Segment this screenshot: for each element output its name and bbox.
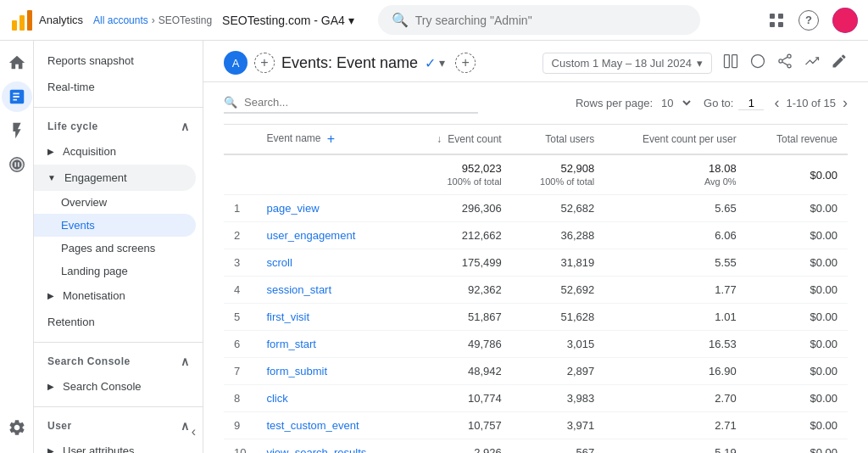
help-icon[interactable]: ? bbox=[798, 10, 819, 31]
table-row: 8 click 10,774 3,983 2.70 $0.00 bbox=[224, 385, 848, 412]
share-icon[interactable] bbox=[776, 53, 793, 74]
row-total-revenue: $0.00 bbox=[747, 358, 848, 385]
table-search-input[interactable] bbox=[244, 96, 478, 109]
add-column-button[interactable]: + bbox=[324, 131, 338, 147]
row-total-revenue: $0.00 bbox=[747, 385, 848, 412]
col-event-count-per-user: Event count per user bbox=[604, 125, 746, 154]
sidebar-item-monetisation[interactable]: ▶ Monetisation bbox=[34, 282, 196, 309]
collapse-sidebar-icon: ‹ bbox=[192, 424, 196, 439]
global-search[interactable]: 🔍 bbox=[378, 5, 700, 35]
sidebar-item-engagement[interactable]: ▼ Engagement bbox=[34, 165, 196, 191]
lifecycle-collapse-icon[interactable]: ∧ bbox=[181, 120, 190, 133]
summary-event-count-per-user: 18.08 Avg 0% bbox=[604, 154, 746, 195]
summary-name bbox=[256, 154, 405, 195]
reports-icon[interactable] bbox=[2, 81, 32, 112]
topbar: Analytics All accounts › SEOTesting SEOT… bbox=[0, 0, 868, 41]
svg-line-15 bbox=[782, 62, 787, 64]
row-event-name: session_start bbox=[256, 277, 405, 304]
search-input[interactable] bbox=[415, 14, 687, 27]
event-name-link[interactable]: click bbox=[266, 392, 287, 405]
row-num: 2 bbox=[224, 222, 256, 249]
row-total-users: 36,288 bbox=[512, 222, 605, 249]
date-range-picker[interactable]: Custom 1 May – 18 Jul 2024 ▾ bbox=[542, 53, 712, 74]
insights-icon[interactable] bbox=[749, 53, 766, 74]
svg-rect-4 bbox=[778, 14, 783, 19]
search-console-label: Search Console bbox=[63, 380, 142, 393]
table-row: 10 view_search_results 2,926 567 5.19 $0… bbox=[224, 439, 848, 454]
row-event-count: 51,867 bbox=[406, 304, 512, 331]
event-name-link[interactable]: form_submit bbox=[266, 365, 327, 378]
rows-per-page-label: Rows per page: bbox=[576, 97, 653, 109]
add-comparison-button[interactable]: + bbox=[254, 53, 275, 73]
table-row: 7 form_submit 48,942 2,897 16.90 $0.00 bbox=[224, 358, 848, 385]
row-event-name: form_start bbox=[256, 331, 405, 358]
search-console-collapse-icon[interactable]: ∧ bbox=[181, 355, 190, 368]
prev-page-button[interactable]: ‹ bbox=[774, 94, 779, 112]
lifecycle-section[interactable]: Life cycle ∧ bbox=[34, 115, 203, 138]
table-row: 1 page_view 296,306 52,682 5.65 $0.00 bbox=[224, 195, 848, 222]
event-name-link[interactable]: user_engagement bbox=[266, 229, 355, 242]
grid-icon[interactable] bbox=[768, 12, 785, 29]
next-page-button[interactable]: › bbox=[843, 94, 848, 112]
sidebar-item-reports-snapshot[interactable]: Reports snapshot bbox=[34, 48, 196, 74]
svg-point-13 bbox=[787, 64, 791, 67]
home-icon[interactable] bbox=[2, 48, 32, 78]
report-status-badge[interactable]: ✓ ▾ bbox=[425, 55, 445, 71]
svg-rect-1 bbox=[19, 15, 25, 31]
sidebar-item-landing-page[interactable]: Landing page bbox=[34, 260, 196, 282]
date-range-text: Custom 1 May – 18 Jul 2024 bbox=[552, 57, 692, 70]
explore-icon[interactable] bbox=[2, 115, 32, 146]
event-name-link[interactable]: session_start bbox=[266, 283, 331, 296]
sidebar-collapse-btn[interactable]: ‹ bbox=[185, 417, 203, 446]
sidebar-item-acquisition[interactable]: ▶ Acquisition bbox=[34, 138, 196, 165]
row-event-name: test_custom_event bbox=[256, 412, 405, 439]
sidebar-item-events[interactable]: Events bbox=[34, 214, 196, 237]
summary-event-count: 952,023 100% of total bbox=[406, 154, 512, 195]
goto-input[interactable] bbox=[738, 97, 764, 110]
lifecycle-label: Life cycle bbox=[47, 120, 98, 132]
sidebar-item-user-attributes[interactable]: ▶ User attributes bbox=[34, 438, 196, 453]
avatar[interactable] bbox=[832, 8, 858, 33]
engagement-arrow-icon: ▼ bbox=[47, 173, 56, 182]
summary-total-users: 52,908 100% of total bbox=[512, 154, 605, 195]
user-section[interactable]: User ∧ bbox=[34, 414, 203, 438]
rows-per-page-select[interactable]: 10 25 50 100 bbox=[658, 96, 693, 110]
col-number bbox=[224, 125, 256, 154]
divider-1 bbox=[34, 107, 203, 108]
search-console-section[interactable]: Search Console ∧ bbox=[34, 350, 203, 373]
all-accounts-link[interactable]: All accounts bbox=[93, 14, 148, 26]
sidebar-item-search-console[interactable]: ▶ Search Console bbox=[34, 373, 196, 400]
monetisation-label: Monetisation bbox=[63, 289, 125, 302]
sidebar-item-pages-screens[interactable]: Pages and screens bbox=[34, 237, 196, 260]
event-name-link[interactable]: form_start bbox=[266, 338, 316, 350]
sidebar-item-retention[interactable]: Retention bbox=[34, 309, 196, 335]
event-name-link[interactable]: scroll bbox=[266, 256, 292, 269]
row-total-users: 3,015 bbox=[512, 331, 605, 358]
user-section-label: User bbox=[47, 420, 72, 432]
row-num: 3 bbox=[224, 249, 256, 277]
account-selector[interactable]: SEOTesting.com - GA4 ▾ bbox=[222, 14, 354, 27]
advertising-icon[interactable] bbox=[2, 149, 32, 180]
compare-icon[interactable] bbox=[722, 53, 739, 74]
table-search-box[interactable]: 🔍 bbox=[224, 92, 478, 114]
event-name-link[interactable]: test_custom_event bbox=[266, 419, 359, 432]
row-total-users: 3,983 bbox=[512, 385, 605, 412]
edit-icon[interactable] bbox=[831, 53, 848, 74]
event-name-link[interactable]: page_view bbox=[266, 202, 319, 215]
event-name-link[interactable]: first_visit bbox=[266, 310, 309, 323]
sidebar-item-realtime[interactable]: Real-time bbox=[34, 74, 196, 100]
row-event-name: scroll bbox=[256, 249, 405, 277]
event-name-link[interactable]: view_search_results bbox=[266, 446, 366, 453]
row-event-count: 10,757 bbox=[406, 412, 512, 439]
row-num: 6 bbox=[224, 331, 256, 358]
row-event-name: first_visit bbox=[256, 304, 405, 331]
trends-icon[interactable] bbox=[804, 53, 821, 74]
row-total-revenue: $0.00 bbox=[747, 195, 848, 222]
settings-icon[interactable] bbox=[2, 412, 32, 443]
col-event-count[interactable]: ↓ Event count bbox=[406, 125, 512, 154]
add-metric-button[interactable]: + bbox=[455, 53, 476, 73]
pagination: ‹ 1-10 of 15 › bbox=[774, 94, 848, 112]
sidebar-item-overview[interactable]: Overview bbox=[34, 191, 196, 214]
breadcrumb-separator: › bbox=[152, 14, 155, 26]
table-row: 3 scroll 175,499 31,819 5.55 $0.00 bbox=[224, 249, 848, 277]
